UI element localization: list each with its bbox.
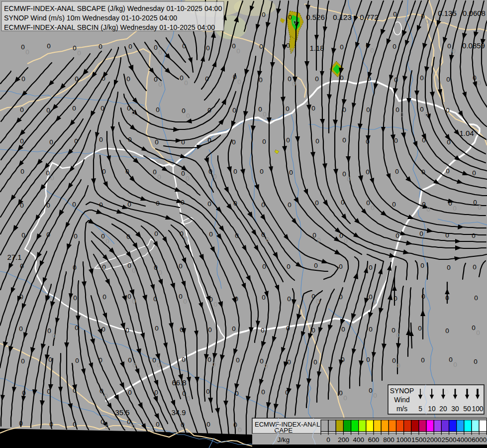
svg-text:0: 0 — [75, 75, 79, 83]
svg-text:0: 0 — [477, 79, 481, 87]
svg-text:0: 0 — [21, 43, 25, 51]
svg-text:0: 0 — [101, 326, 105, 333]
svg-text:0: 0 — [259, 43, 263, 50]
svg-text:0: 0 — [232, 107, 236, 114]
svg-text:0: 0 — [237, 78, 241, 86]
svg-text:0: 0 — [339, 232, 343, 239]
svg-text:0: 0 — [20, 262, 24, 270]
svg-text:0: 0 — [128, 356, 132, 364]
svg-text:0: 0 — [73, 264, 77, 271]
svg-text:0: 0 — [288, 201, 292, 209]
svg-text:100: 100 — [472, 405, 483, 413]
svg-text:0: 0 — [186, 112, 190, 119]
svg-text:0: 0 — [447, 264, 451, 271]
svg-text:0: 0 — [209, 230, 213, 238]
svg-text:0: 0 — [420, 74, 424, 82]
svg-text:0: 0 — [207, 136, 211, 144]
svg-text:0: 0 — [445, 327, 449, 335]
svg-text:0: 0 — [392, 43, 396, 50]
svg-text:0: 0 — [447, 138, 451, 146]
svg-text:0: 0 — [19, 420, 23, 427]
svg-text:0: 0 — [445, 231, 449, 239]
svg-text:0: 0 — [158, 49, 162, 56]
svg-text:600: 600 — [368, 436, 380, 444]
svg-text:50: 50 — [463, 405, 471, 413]
svg-text:0: 0 — [326, 436, 330, 444]
svg-text:0: 0 — [473, 199, 477, 206]
svg-text:0: 0 — [20, 106, 24, 113]
svg-text:0: 0 — [126, 233, 130, 240]
svg-text:0: 0 — [46, 294, 50, 301]
svg-text:0: 0 — [180, 230, 184, 237]
svg-text:35.5: 35.5 — [115, 408, 129, 417]
svg-text:0: 0 — [235, 232, 239, 239]
svg-text:0: 0 — [449, 356, 453, 363]
svg-text:0: 0 — [154, 230, 158, 237]
svg-text:400: 400 — [353, 436, 365, 444]
svg-text:0: 0 — [262, 138, 266, 145]
svg-text:0: 0 — [74, 232, 78, 240]
svg-text:J/kg: J/kg — [278, 436, 290, 444]
svg-text:0: 0 — [311, 293, 315, 300]
svg-text:0: 0 — [21, 75, 25, 83]
svg-text:0: 0 — [426, 206, 430, 213]
svg-text:0: 0 — [101, 232, 105, 240]
svg-text:0: 0 — [208, 326, 212, 334]
svg-text:0: 0 — [48, 356, 52, 363]
svg-text:0: 0 — [421, 12, 425, 20]
svg-text:0: 0 — [421, 293, 425, 300]
svg-text:0: 0 — [311, 105, 315, 112]
svg-text:0: 0 — [72, 105, 76, 112]
svg-text:0: 0 — [179, 262, 183, 270]
svg-text:0: 0 — [366, 42, 370, 49]
svg-text:0: 0 — [208, 168, 212, 175]
svg-text:800: 800 — [383, 436, 394, 444]
svg-text:0: 0 — [342, 106, 346, 113]
svg-text:0: 0 — [286, 42, 290, 49]
svg-text:0: 0 — [395, 232, 399, 239]
svg-text:0: 0 — [98, 356, 102, 364]
svg-text:0: 0 — [236, 356, 240, 364]
svg-text:ECMWF-INDEX-ANAL SBCAPE (J/kg): ECMWF-INDEX-ANAL SBCAPE (J/kg) Wednesday… — [4, 4, 222, 12]
svg-text:0: 0 — [125, 327, 129, 334]
svg-text:0.772: 0.772 — [360, 13, 379, 21]
svg-text:0: 0 — [286, 325, 290, 332]
svg-text:0: 0 — [182, 42, 186, 50]
svg-text:0: 0 — [391, 327, 395, 334]
svg-text:0: 0 — [152, 356, 156, 364]
svg-text:0: 0 — [472, 169, 476, 177]
svg-text:0: 0 — [261, 388, 265, 396]
svg-text:0: 0 — [179, 293, 183, 300]
svg-text:0: 0 — [366, 199, 370, 207]
svg-text:0: 0 — [341, 326, 345, 333]
svg-text:0: 0 — [183, 298, 187, 305]
svg-text:0: 0 — [127, 262, 131, 269]
svg-text:0: 0 — [395, 106, 399, 113]
svg-text:27.1: 27.1 — [7, 253, 21, 261]
svg-text:2500: 2500 — [441, 436, 456, 444]
svg-text:34.9: 34.9 — [171, 408, 186, 417]
svg-text:0: 0 — [127, 418, 131, 426]
svg-text:0: 0 — [184, 79, 188, 87]
svg-text:0: 0 — [314, 262, 318, 269]
svg-text:ECMWF-INDEX-ANAL SBCIN (J/kg): ECMWF-INDEX-ANAL SBCIN (J/kg) Wednesday … — [4, 23, 215, 31]
svg-text:0.526: 0.526 — [306, 13, 325, 21]
svg-text:0: 0 — [261, 231, 265, 238]
svg-text:0: 0 — [394, 76, 398, 84]
svg-text:0: 0 — [20, 168, 24, 175]
svg-text:0.0608: 0.0608 — [463, 9, 486, 17]
svg-text:0: 0 — [369, 264, 373, 271]
svg-text:0: 0 — [187, 395, 191, 402]
svg-text:0: 0 — [184, 235, 188, 242]
svg-text:m/s: m/s — [396, 405, 407, 413]
svg-text:0: 0 — [446, 107, 450, 114]
svg-text:0.123: 0.123 — [333, 13, 352, 21]
svg-text:0: 0 — [339, 263, 343, 270]
svg-text:0: 0 — [288, 13, 292, 21]
svg-text:10: 10 — [428, 405, 436, 413]
svg-text:0: 0 — [102, 293, 106, 301]
svg-text:0: 0 — [128, 389, 132, 396]
svg-text:0: 0 — [158, 81, 162, 88]
svg-text:0: 0 — [206, 388, 210, 395]
svg-text:0: 0 — [445, 294, 449, 302]
